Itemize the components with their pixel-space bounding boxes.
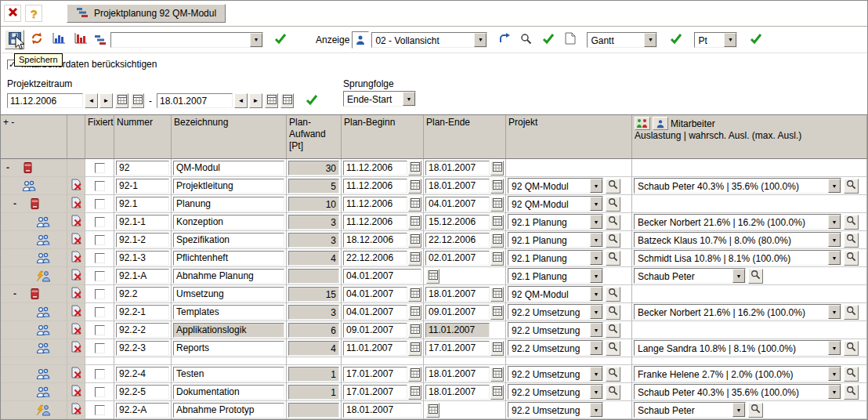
delete-assignment-button[interactable] [69,403,83,418]
bezeichnung-input[interactable] [173,305,284,320]
plan-ende-input[interactable] [425,385,490,400]
nummer-input[interactable] [116,197,169,212]
fixiert-checkbox[interactable] [95,325,105,335]
projekt-magnifier-button[interactable] [606,367,620,382]
chevron-down-icon[interactable]: ▼ [732,403,745,417]
chevron-down-icon[interactable]: ▼ [590,197,602,211]
chevron-down-icon[interactable]: ▼ [828,233,841,247]
ende-calendar-button[interactable] [490,367,504,382]
confirm-view-button[interactable] [538,30,558,49]
new-view-button[interactable] [560,30,580,49]
beginn-calendar-button[interactable] [408,215,421,230]
period-to-calendar-button[interactable] [265,93,278,108]
plan-beginn-input[interactable] [343,341,407,356]
ende-calendar-button[interactable] [490,251,504,266]
projekt-magnifier-button[interactable] [606,179,620,194]
plan-ende-input[interactable] [425,251,490,266]
fixiert-checkbox[interactable] [95,271,105,281]
plan-ende-input[interactable] [425,161,490,176]
period-from-prev-button[interactable]: ◄ [85,93,98,108]
ende-calendar-button[interactable] [490,161,504,176]
ende-calendar-button[interactable] [490,215,504,230]
nummer-input[interactable] [116,179,169,194]
bezeichnung-input[interactable] [173,269,284,284]
projekt-magnifier-button[interactable] [606,287,620,302]
projekt-combobox[interactable]: 92.2 Umsetzung ▼ [508,384,603,400]
plan-ende-input[interactable] [425,197,490,212]
chevron-down-icon[interactable]: ▼ [828,305,841,319]
ende-calendar-button[interactable] [426,269,439,284]
delete-assignment-button[interactable] [69,215,83,230]
chevron-down-icon[interactable]: ▼ [828,179,841,193]
projekt-combobox[interactable]: 92.2 Umsetzung ▼ [508,322,603,338]
chevron-down-icon[interactable]: ▼ [828,251,841,265]
chevron-down-icon[interactable]: ▼ [590,385,602,399]
projekt-combobox[interactable]: 92.1 Planung ▼ [508,268,603,284]
fixiert-checkbox[interactable] [95,163,105,173]
tree-expander[interactable]: - [4,162,12,173]
expand-all-control[interactable]: + [3,117,9,128]
projekt-magnifier-button[interactable] [606,341,620,356]
mitarbeiter-combobox[interactable]: Lange Sandra 10.8% | 8.1% (100.0%) ▼ [634,340,841,356]
mitarbeiter-magnifier-button[interactable] [844,251,859,266]
nummer-input[interactable] [116,287,169,302]
beginn-calendar-button[interactable] [408,305,421,320]
nummer-input[interactable] [116,251,169,266]
nummer-input[interactable] [116,385,169,400]
chevron-down-icon[interactable]: ▼ [828,215,841,229]
fixiert-checkbox[interactable] [95,307,105,317]
fixiert-checkbox[interactable] [95,235,105,245]
delete-assignment-button[interactable] [69,385,83,400]
chevron-down-icon[interactable]: ▼ [590,251,602,265]
plan-ende-input[interactable] [425,367,490,382]
chevron-down-icon[interactable]: ▼ [590,341,602,355]
period-from-calendar-button[interactable] [115,93,128,108]
mitarbeiter-magnifier-button[interactable] [844,233,859,248]
mitarbeiter-magnifier-button[interactable] [844,341,859,356]
delete-assignment-button[interactable] [69,251,83,266]
fixiert-checkbox[interactable] [95,405,105,415]
nummer-input[interactable] [116,161,169,176]
bezeichnung-input[interactable] [173,367,284,382]
projekt-combobox[interactable]: 92.1 Planung ▼ [508,250,603,266]
nummer-input[interactable] [116,269,169,284]
delete-assignment-button[interactable] [69,323,83,338]
mitarbeiter-magnifier-button[interactable] [844,305,859,320]
projekt-combobox[interactable]: 92.1 Planung ▼ [508,214,603,230]
bezeichnung-input[interactable] [173,385,284,400]
chevron-down-icon[interactable]: ▼ [474,33,486,47]
confirm-chart-button[interactable] [666,30,685,49]
chart-type-combobox[interactable]: Gantt ▼ [587,32,657,48]
fixiert-checkbox[interactable] [95,217,105,227]
plan-beginn-input[interactable] [343,385,407,400]
beginn-calendar-button[interactable] [408,367,421,382]
bezeichnung-input[interactable] [173,251,284,266]
projekt-magnifier-button[interactable] [606,233,620,248]
plan-beginn-input[interactable] [343,323,407,338]
mitarbeiter-combobox[interactable]: Schaub Peter ▼ [634,268,746,284]
ende-calendar-button[interactable] [490,385,504,400]
projekt-combobox[interactable]: 92.1 Planung ▼ [508,232,603,248]
beginn-calendar-button[interactable] [408,385,421,400]
mitarbeiter-magnifier-button[interactable] [748,269,763,284]
capacity-chart-blue-button[interactable] [49,30,68,49]
projekt-combobox[interactable]: 92.2 Umsetzung ▼ [508,340,603,356]
mitarbeiter-magnifier-button[interactable] [844,385,859,400]
projekt-combobox[interactable]: 92.2 Umsetzung ▼ [508,304,603,320]
confirm-unit-button[interactable] [746,30,765,49]
chevron-down-icon[interactable]: ▼ [590,323,602,337]
period-to-input[interactable] [157,93,233,108]
projekt-magnifier-button[interactable] [606,251,620,266]
chevron-down-icon[interactable]: ▼ [644,33,656,47]
mitarbeiter-combobox[interactable]: Schaub Peter ▼ [634,402,746,418]
plan-beginn-input[interactable] [343,179,407,194]
delete-assignment-button[interactable] [69,341,83,356]
period-to-calendar2-button[interactable] [280,93,294,108]
plan-beginn-input[interactable] [343,197,407,212]
plan-ende-input[interactable] [425,233,490,248]
projekt-magnifier-button[interactable] [606,197,620,212]
mitarbeiter-magnifier-button[interactable] [748,403,763,418]
beginn-calendar-button[interactable] [408,323,421,338]
plan-beginn-input[interactable] [343,269,421,284]
ende-calendar-button[interactable] [426,403,439,418]
